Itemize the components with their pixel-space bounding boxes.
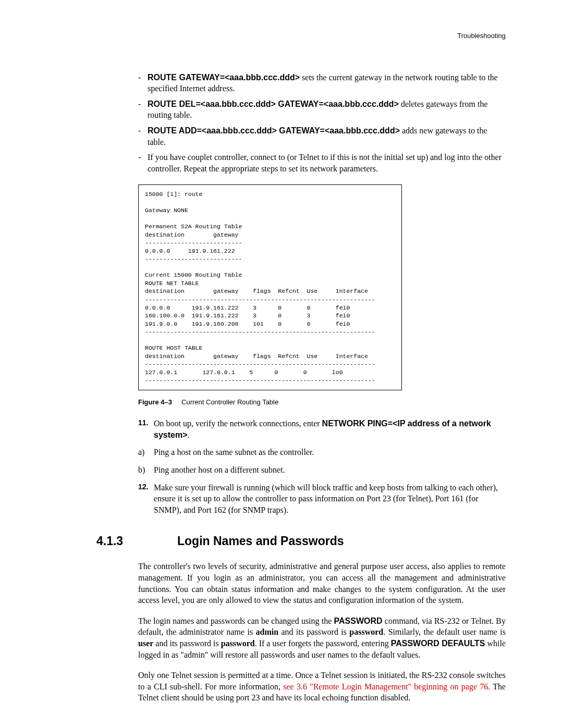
bullet-dash: - xyxy=(138,72,148,94)
bullet-item: - ROUTE ADD=<aaa.bbb.ccc.ddd> GATEWAY=<a… xyxy=(138,125,506,147)
paragraph: Only one Telnet session is permitted at … xyxy=(138,670,506,704)
step-text: On boot up, verify the network connectio… xyxy=(154,418,506,440)
figure-label: Figure 4–3 xyxy=(138,398,172,406)
command-text: PASSWORD DEFAULTS xyxy=(391,639,485,648)
step-12: 12. Make sure your firewall is running (… xyxy=(138,482,506,516)
bold-text: admin xyxy=(256,627,279,636)
bold-text: password xyxy=(221,639,255,648)
bullet-text: If you have couplet controller, connect … xyxy=(148,152,506,174)
bullet-dash: - xyxy=(138,98,148,121)
step-11: 11. On boot up, verify the network conne… xyxy=(138,418,506,440)
step-11a: a) Ping a host on the same subnet as the… xyxy=(138,447,506,458)
bullet-item: - ROUTE GATEWAY=<aaa.bbb.ccc.ddd> sets t… xyxy=(138,72,506,94)
step-marker: 11. xyxy=(138,418,154,440)
figure-caption: Figure 4–3Current Controller Routing Tab… xyxy=(138,398,506,407)
step-marker: a) xyxy=(138,447,154,458)
text-run: . If a user forgets the password, enteri… xyxy=(255,639,391,648)
step-text: Ping another host on a different subnet. xyxy=(154,464,506,476)
section-number: 4.1.3 xyxy=(57,533,177,549)
text-run: and its password is xyxy=(153,639,221,648)
main-content: - ROUTE GATEWAY=<aaa.bbb.ccc.ddd> sets t… xyxy=(138,72,506,704)
command-text: ROUTE DEL=<aaa.bbb.ccc.ddd> GATEWAY=<aaa… xyxy=(148,100,399,108)
section-title: Login Names and Passwords xyxy=(177,533,344,549)
step-marker: b) xyxy=(138,464,154,476)
figure-title: Current Controller Routing Table xyxy=(181,398,278,406)
bullet-text: ROUTE ADD=<aaa.bbb.ccc.ddd> GATEWAY=<aaa… xyxy=(148,125,506,147)
bullet-item: - ROUTE DEL=<aaa.bbb.ccc.ddd> GATEWAY=<a… xyxy=(138,98,506,121)
section-heading: 4.1.3 Login Names and Passwords xyxy=(138,533,506,549)
paragraph: The controller's two levels of security,… xyxy=(138,561,506,606)
page-header-right: Troubleshooting xyxy=(57,31,506,41)
step-text: Ping a host on the same subnet as the co… xyxy=(154,447,506,458)
step-lead: On boot up, verify the network connectio… xyxy=(154,419,322,428)
step-11b: b) Ping another host on a different subn… xyxy=(138,464,506,476)
step-text: Make sure your firewall is running (whic… xyxy=(154,482,506,516)
routing-table-output: 15000 [1]: route Gateway NONE Permanent … xyxy=(138,184,402,390)
command-text: ROUTE ADD=<aaa.bbb.ccc.ddd> GATEWAY=<aaa… xyxy=(148,126,400,135)
bullet-dash: - xyxy=(138,152,148,174)
cross-reference-link[interactable]: see 3.6 "Remote Login Management" beginn… xyxy=(283,682,490,691)
step-tail: . xyxy=(188,430,190,439)
text-run: and its password is xyxy=(278,627,349,636)
bold-text: user xyxy=(138,639,153,648)
bold-text: password xyxy=(349,627,383,636)
command-text: PASSWORD xyxy=(334,616,383,625)
text-run: The login names and passwords can be cha… xyxy=(138,616,334,625)
bullet-dash: - xyxy=(138,125,148,147)
bullet-text: ROUTE DEL=<aaa.bbb.ccc.ddd> GATEWAY=<aaa… xyxy=(148,98,506,121)
command-text: ROUTE GATEWAY=<aaa.bbb.ccc.ddd> xyxy=(148,73,300,82)
bullet-text: ROUTE GATEWAY=<aaa.bbb.ccc.ddd> sets the… xyxy=(148,72,506,94)
bullet-item: - If you have couplet controller, connec… xyxy=(138,152,506,174)
text-run: . Similarly, the default user name is xyxy=(383,627,506,636)
step-marker: 12. xyxy=(138,482,154,516)
paragraph: The login names and passwords can be cha… xyxy=(138,615,506,660)
